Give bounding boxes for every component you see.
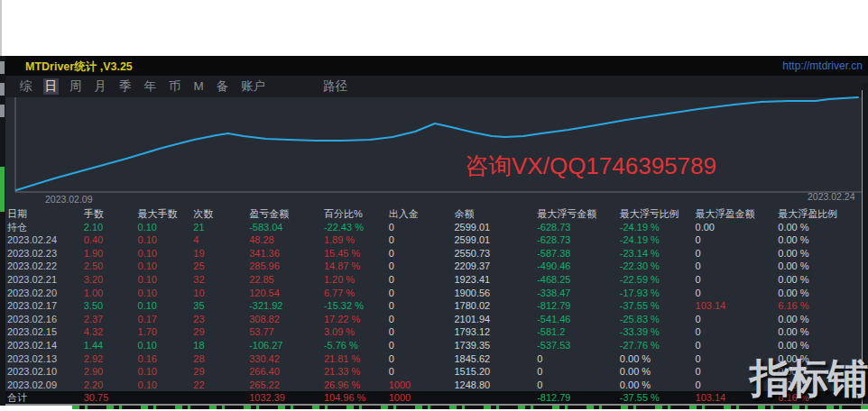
table-body: 持仓2.100.1021-583.04-22.43 %02599.01-628.…: [7, 221, 864, 405]
table-cell: 0.10: [138, 247, 194, 260]
table-cell: 2.90: [84, 365, 138, 379]
table-cell: 0.00 %: [778, 233, 864, 247]
table-cell: 2.92: [84, 352, 138, 366]
equity-chart: [5, 83, 868, 209]
table-cell: -15.32 %: [324, 299, 389, 313]
table-cell: -37.55 %: [620, 391, 696, 405]
table-cell: -490.46: [537, 260, 620, 273]
sliver-segment: [0, 61, 5, 74]
table-row[interactable]: 2023.02.173.500.1035-321.92-15.32 %01780…: [7, 299, 864, 313]
table-row[interactable]: 2023.02.201.000.1010120.546.77 %01900.56…: [7, 287, 864, 300]
table-cell: [454, 391, 537, 405]
table-cell: 0.10: [138, 273, 194, 287]
table-cell: 29: [193, 325, 249, 339]
table-cell: 1515.20: [454, 365, 537, 379]
table-cell: 30.75: [84, 391, 138, 405]
table-row[interactable]: 2023.02.141.440.1018-106.27-5.76 %01739.…: [7, 339, 864, 352]
table-cell: 2599.01: [454, 233, 537, 247]
table-cell: 21.81 %: [324, 352, 389, 366]
table-cell: -541.46: [537, 313, 620, 326]
table-cell: 0.16: [138, 352, 194, 366]
table-cell: 0.10: [138, 287, 194, 300]
table-cell: 1.90: [84, 247, 138, 260]
table-cell: 1923.41: [454, 273, 537, 287]
table-row[interactable]: 2023.02.092.200.1022265.2226.96 %1000124…: [7, 379, 864, 392]
table-cell: 2023.02.15: [7, 325, 84, 339]
table-cell: 3.09 %: [324, 325, 389, 339]
table-cell: 22.85: [249, 273, 324, 287]
app-title: MTDriver统计 ,V3.25: [25, 59, 133, 75]
table-cell: 48.28: [249, 233, 324, 247]
table-cell: 1.70: [138, 325, 194, 339]
table-cell: 1248.80: [454, 379, 537, 392]
balance-line-series: [16, 97, 858, 190]
table-cell: 0: [537, 365, 620, 379]
table-cell: 2023.02.10: [7, 365, 84, 379]
left-edge-line: [0, 0, 2, 56]
table-cell: -583.04: [249, 221, 324, 234]
table-cell: [193, 391, 249, 405]
table-cell: 0: [389, 313, 455, 326]
table-cell: 2023.02.20: [7, 287, 84, 300]
table-cell: 2550.73: [454, 247, 537, 260]
table-cell: 0.00 %: [778, 260, 864, 273]
table-cell: 0: [696, 260, 779, 273]
x-axis-end-label: 2023.02.24: [808, 191, 855, 202]
table-cell: 285.96: [249, 260, 324, 273]
table-cell: 1000: [389, 379, 455, 392]
table-cell: 0.10: [138, 260, 194, 273]
table-cell: 0: [537, 352, 620, 366]
table-cell: 3.50: [84, 299, 138, 313]
table-row[interactable]: 2023.02.222.500.1025285.9614.87 %02209.3…: [7, 260, 864, 273]
table-header-row: 日期手数最大手数次数盈亏金额百分比%出入金余额最大浮亏金额最大浮亏比例最大浮盈金…: [7, 207, 864, 221]
table-cell: 0.00 %: [778, 247, 864, 260]
table-cell: 0: [389, 233, 455, 247]
chart-canvas: [5, 83, 868, 209]
table-row[interactable]: 2023.02.231.900.1019341.3615.45 %02550.7…: [7, 247, 864, 260]
column-header: 最大浮亏比例: [620, 207, 696, 221]
column-header: 出入金: [389, 207, 455, 221]
table-cell: 2023.02.21: [7, 273, 84, 287]
table-row[interactable]: 2023.02.213.200.103222.851.20 %01923.41-…: [7, 273, 864, 287]
table-cell: 0: [389, 287, 455, 300]
table-row[interactable]: 2023.02.240.400.10448.281.89 %02599.01-6…: [7, 233, 864, 247]
table-cell: 2023.02.09: [7, 379, 84, 392]
table-row[interactable]: 2023.02.162.370.1723308.8217.22 %02101.9…: [7, 313, 864, 326]
table-row[interactable]: 2023.02.154.321.702953.773.09 %01793.12-…: [7, 325, 864, 339]
table-cell: -628.73: [537, 221, 620, 234]
table-cell: -106.27: [249, 339, 324, 352]
table-row[interactable]: 2023.02.132.920.1628330.4221.81 %01845.6…: [7, 352, 864, 366]
table-cell: 2209.37: [454, 260, 537, 273]
table-cell: -22.59 %: [620, 273, 696, 287]
sliver-segment: [0, 105, 5, 117]
table-cell: 0.17: [138, 313, 194, 326]
table-cell: 2023.02.17: [7, 299, 84, 313]
column-header: 盈亏金额: [249, 207, 324, 221]
table-cell: -23.14 %: [620, 247, 696, 260]
column-header: 次数: [193, 207, 249, 221]
table-cell: 15.45 %: [324, 247, 389, 260]
column-header: 最大浮亏金额: [537, 207, 620, 221]
table-cell: 103.14: [696, 299, 779, 313]
table-cell: 0: [696, 247, 779, 260]
table-cell: 0: [389, 247, 455, 260]
table-cell: 0.10: [138, 365, 194, 379]
table-cell: 1000: [389, 391, 455, 405]
table-cell: -33.39 %: [620, 325, 696, 339]
table-cell: 0: [696, 273, 779, 287]
table-total-row[interactable]: 合计30.751032.39104.96 %1000-812.79-37.55 …: [7, 391, 864, 405]
table-cell: 0.00 %: [778, 287, 864, 300]
table-cell: 53.77: [249, 325, 324, 339]
table-cell: 2.20: [84, 379, 138, 392]
table-row[interactable]: 持仓2.100.1021-583.04-22.43 %02599.01-628.…: [7, 221, 864, 234]
table-cell: 0: [537, 379, 620, 392]
table-cell: 17.22 %: [324, 313, 389, 326]
table-cell: 合计: [7, 391, 84, 405]
table-cell: 6.16 %: [778, 299, 864, 313]
table-cell: 0.10: [138, 299, 194, 313]
table-row[interactable]: 2023.02.102.900.1029266.4021.33 %01515.2…: [7, 365, 864, 379]
app-url-link[interactable]: http://mtdriver.cn: [782, 59, 863, 72]
table-cell: 21.33 %: [324, 365, 389, 379]
table-cell: 0: [696, 313, 779, 326]
table-cell: -537.53: [537, 339, 620, 352]
